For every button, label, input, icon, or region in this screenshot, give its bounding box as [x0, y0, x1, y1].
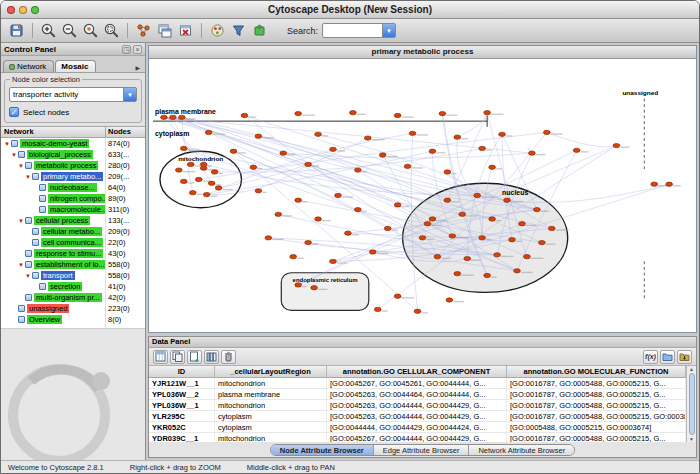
graph-node[interactable] [230, 149, 237, 153]
column-header[interactable]: annotation.GO CELLULAR_COMPONENT [327, 366, 507, 377]
graph-node[interactable] [175, 168, 182, 172]
graph-node[interactable] [409, 131, 416, 135]
graph-node[interactable] [305, 162, 312, 166]
graph-node[interactable] [290, 255, 297, 259]
tree-row[interactable]: ▼mosaic-demo-yeast874(0) [1, 138, 145, 149]
tree-row[interactable]: nucleobase...64(0) [1, 182, 145, 193]
table-row[interactable]: YPL036W__2plasma membrane[GO:0045263, GO… [149, 389, 686, 400]
tree-row[interactable]: cell communica...22(0) [1, 237, 145, 248]
graph-node[interactable] [444, 170, 451, 174]
graph-node[interactable] [354, 207, 361, 211]
graph-node[interactable] [613, 143, 620, 147]
graph-node[interactable] [203, 192, 210, 196]
graph-node[interactable] [250, 165, 257, 169]
column-header[interactable]: annotation.GO MOLECULAR_FUNCTION [507, 366, 686, 377]
graph-node[interactable] [479, 236, 486, 240]
select-attributes-icon[interactable] [153, 350, 168, 364]
graph-node[interactable] [265, 236, 272, 240]
graph-node[interactable] [489, 217, 496, 221]
graph-node[interactable] [369, 250, 376, 254]
graph-node[interactable] [459, 212, 466, 216]
tree-row[interactable]: ▼cellular process133(... [1, 215, 145, 226]
expand-arrow-icon[interactable]: ▼ [17, 218, 25, 224]
tree-row[interactable]: ▼biological_process633(... [1, 149, 145, 160]
graph-node[interactable] [200, 166, 207, 170]
graph-node[interactable] [178, 115, 185, 119]
graph-node[interactable] [444, 198, 451, 202]
network-canvas[interactable]: plasma membrane cytoplasm mitochondrion … [149, 59, 696, 332]
tree-row[interactable]: cellular metabo...209(0) [1, 226, 145, 237]
minimize-window-button[interactable] [19, 6, 27, 14]
graph-node[interactable] [241, 113, 248, 117]
tree-row[interactable]: unassigned223(0) [1, 303, 145, 314]
graph-node[interactable] [208, 181, 215, 185]
delete-attribute-icon[interactable] [221, 350, 236, 364]
search-input[interactable] [323, 26, 382, 35]
graph-node[interactable] [364, 136, 371, 140]
graph-node[interactable] [205, 130, 212, 134]
graph-node[interactable] [484, 110, 491, 114]
graph-node[interactable] [474, 193, 481, 197]
graph-node[interactable] [504, 198, 511, 202]
network-icon[interactable] [134, 21, 153, 40]
graph-node[interactable] [187, 162, 194, 166]
expand-arrow-icon[interactable]: ▼ [24, 174, 32, 180]
graph-node[interactable] [529, 151, 536, 155]
expand-arrow-icon[interactable]: ▼ [24, 273, 32, 279]
graph-node[interactable] [533, 207, 540, 211]
graph-node[interactable] [215, 186, 222, 190]
table-row[interactable]: YJR121W__1mitochondrion[GO:0045267, GO:0… [149, 378, 686, 389]
graph-node[interactable] [519, 222, 526, 226]
graph-node[interactable] [499, 132, 506, 136]
save-session-icon[interactable] [7, 21, 26, 40]
zoom-in-icon[interactable] [39, 21, 58, 40]
zoom-selected-icon[interactable] [81, 21, 100, 40]
graph-node[interactable] [379, 153, 386, 157]
tree-row[interactable]: Overview8(0) [1, 314, 145, 325]
graph-node[interactable] [404, 164, 411, 168]
close-panel-icon[interactable]: × [133, 45, 142, 54]
zoom-out-icon[interactable] [60, 21, 79, 40]
select-nodes-checkbox[interactable]: ✓ [9, 107, 19, 117]
zoom-window-button[interactable] [31, 6, 39, 14]
attribute-browser-tab[interactable]: Edge Attribute Browser [374, 445, 470, 455]
graph-node[interactable] [524, 255, 531, 259]
color-attribute-dropdown[interactable]: transporter activity ▼ [9, 87, 137, 102]
scrollbar-thumb[interactable] [689, 373, 695, 435]
attribute-browser-tab[interactable]: Node Attribute Browser [271, 445, 374, 455]
graph-node[interactable] [255, 189, 262, 193]
tree-row[interactable]: ▼primary metabo...209(... [1, 171, 145, 182]
graph-node[interactable] [424, 222, 431, 226]
graph-node[interactable] [384, 226, 391, 230]
network-canvas-svg[interactable]: plasma membrane cytoplasm mitochondrion … [149, 59, 696, 332]
graph-node[interactable] [330, 147, 337, 151]
column-header[interactable]: _cellularLayoutRegion [215, 366, 327, 377]
graph-node[interactable] [446, 298, 453, 302]
tree-header-network[interactable]: Network [1, 127, 105, 137]
tree-row[interactable]: secretion41(0) [1, 281, 145, 292]
tab-network[interactable]: Network [3, 60, 54, 72]
column-header[interactable]: ID [149, 366, 215, 377]
graph-node[interactable] [394, 113, 401, 117]
table-row[interactable]: YLR295Ccytoplasm[GO:0045263, GO:0044444,… [149, 411, 686, 422]
tab-mosaic[interactable]: Mosaic [55, 60, 96, 72]
graph-node[interactable] [255, 134, 262, 138]
graph-node[interactable] [538, 240, 545, 244]
expand-arrow-icon[interactable]: ▼ [17, 262, 25, 268]
graph-node[interactable] [315, 217, 322, 221]
graph-node[interactable] [543, 130, 550, 134]
create-attribute-icon[interactable] [187, 350, 202, 364]
graph-node[interactable] [374, 307, 381, 311]
table-row[interactable]: YKR052Ccytoplasm[GO:0044444, GO:0044429,… [149, 422, 686, 433]
search-dropdown-icon[interactable]: ▼ [382, 24, 395, 37]
tree-row[interactable]: nitrogen compo...89(0) [1, 193, 145, 204]
graph-node[interactable] [394, 203, 401, 207]
scroll-up-icon[interactable]: ▲ [689, 366, 694, 372]
graph-node[interactable] [394, 294, 401, 298]
graph-node[interactable] [509, 238, 516, 242]
graph-node[interactable] [345, 231, 352, 235]
graph-node[interactable] [315, 132, 322, 136]
graph-node[interactable] [429, 217, 436, 221]
graph-node[interactable] [494, 253, 501, 257]
graph-node[interactable] [548, 226, 555, 230]
